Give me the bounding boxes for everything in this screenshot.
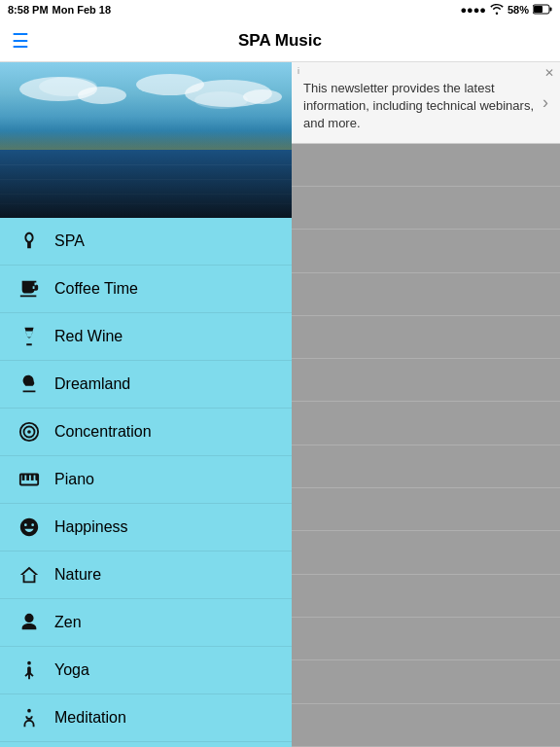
concentration-label: Concentration [54, 423, 152, 441]
left-panel: SPACoffee TimeRed WineDreamlandConcentra… [0, 62, 292, 747]
dreamland-label: Dreamland [54, 375, 130, 393]
gray-row [292, 660, 560, 703]
nav-bar: ☰ SPA Music [0, 19, 560, 62]
gray-row [292, 704, 560, 747]
svg-rect-10 [35, 475, 38, 480]
gray-row [292, 187, 560, 230]
gray-rows [292, 144, 560, 747]
gray-row [292, 230, 560, 272]
coffee-time-label: Coffee Time [54, 280, 138, 298]
svg-rect-2 [534, 6, 542, 13]
nature-label: Nature [54, 566, 101, 584]
svg-point-11 [27, 661, 31, 665]
svg-point-12 [27, 709, 31, 713]
menu-item-coffee-time[interactable]: Coffee Time [0, 266, 292, 313]
gray-row [292, 144, 560, 187]
svg-rect-7 [22, 475, 25, 480]
ad-close-button[interactable]: ✕ [544, 66, 554, 80]
concentration-icon [16, 418, 43, 445]
menu-button[interactable]: ☰ [12, 29, 29, 53]
gray-row [292, 273, 560, 316]
gray-row [292, 531, 560, 574]
nav-title: SPA Music [238, 31, 322, 51]
meditation-icon [16, 704, 43, 731]
happiness-label: Happiness [54, 518, 128, 536]
red-wine-label: Red Wine [54, 328, 122, 345]
gray-row [292, 575, 560, 618]
hero-image [0, 62, 292, 218]
status-left: 8:58 PM Mon Feb 18 [8, 4, 111, 16]
date: Mon Feb 18 [52, 4, 112, 16]
menu-item-spa[interactable]: SPA [0, 218, 292, 266]
gray-row [292, 488, 560, 531]
menu-item-new-age[interactable]: New Age [0, 742, 292, 747]
menu-item-happiness[interactable]: Happiness [0, 504, 292, 551]
ad-label: i [298, 66, 299, 76]
svg-rect-9 [31, 475, 34, 480]
piano-icon [16, 466, 43, 493]
gray-row [292, 618, 560, 660]
piano-label: Piano [54, 471, 94, 488]
gray-row [292, 445, 560, 488]
dreamland-icon [16, 371, 43, 398]
happiness-icon [16, 514, 43, 541]
spa-label: SPA [54, 232, 85, 250]
nature-icon [16, 561, 43, 588]
battery: 58% [508, 4, 529, 16]
right-panel: i ✕ This newsletter provides the latest … [292, 62, 560, 747]
menu-item-dreamland[interactable]: Dreamland [0, 361, 292, 409]
menu-list: SPACoffee TimeRed WineDreamlandConcentra… [0, 218, 292, 747]
status-right: ●●●● 58% [460, 4, 552, 17]
ad-text: This newsletter provides the latest info… [303, 80, 535, 133]
ad-chevron-icon[interactable]: › [542, 92, 548, 113]
main-layout: SPACoffee TimeRed WineDreamlandConcentra… [0, 62, 560, 747]
battery-icon [533, 4, 552, 17]
signal-icon: ●●●● [460, 4, 486, 16]
svg-rect-1 [550, 7, 552, 11]
gray-row [292, 316, 560, 359]
wifi-icon [490, 4, 504, 17]
red-wine-icon [16, 323, 43, 350]
gray-row [292, 402, 560, 445]
status-bar: 8:58 PM Mon Feb 18 ●●●● 58% [0, 0, 560, 19]
gray-row [292, 359, 560, 402]
meditation-label: Meditation [54, 709, 126, 727]
coffee-time-icon [16, 275, 43, 302]
menu-item-nature[interactable]: Nature [0, 551, 292, 599]
time: 8:58 PM [8, 4, 49, 16]
menu-item-piano[interactable]: Piano [0, 456, 292, 504]
ad-banner: i ✕ This newsletter provides the latest … [292, 62, 560, 144]
menu-item-zen[interactable]: Zen [0, 599, 292, 647]
svg-point-5 [27, 430, 31, 434]
yoga-icon [16, 657, 43, 684]
svg-rect-8 [26, 475, 29, 480]
menu-item-red-wine[interactable]: Red Wine [0, 313, 292, 361]
spa-icon [16, 228, 43, 255]
zen-label: Zen [54, 614, 82, 631]
menu-item-meditation[interactable]: Meditation [0, 694, 292, 742]
menu-item-concentration[interactable]: Concentration [0, 409, 292, 456]
yoga-label: Yoga [54, 661, 89, 679]
zen-icon [16, 609, 43, 636]
menu-item-yoga[interactable]: Yoga [0, 647, 292, 694]
